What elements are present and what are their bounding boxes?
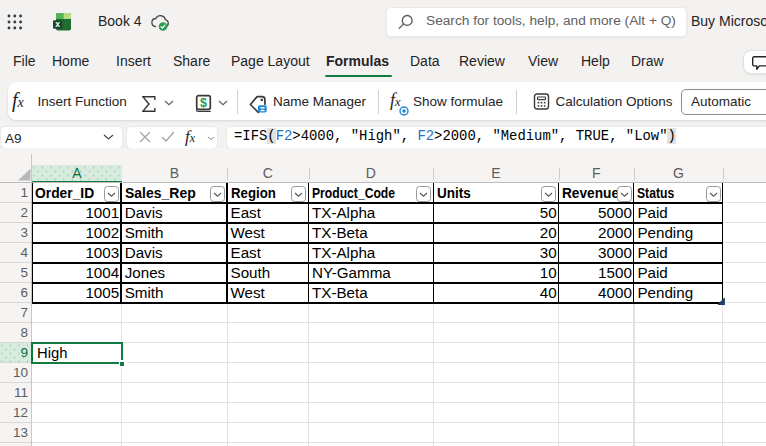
svg-text:$: $ xyxy=(200,95,207,109)
svg-text:x: x xyxy=(55,19,60,29)
